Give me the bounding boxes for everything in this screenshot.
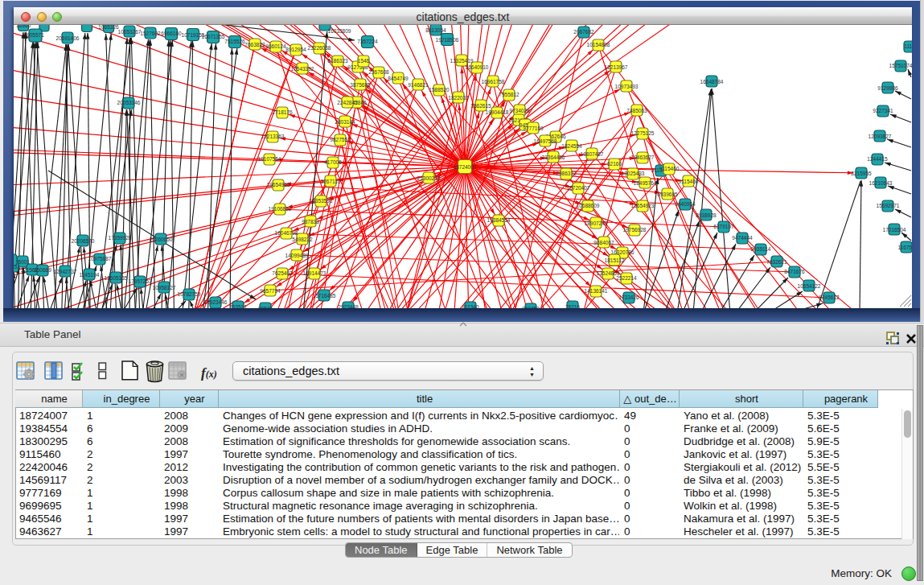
svg-text:16640910: 16640910: [466, 64, 489, 70]
svg-text:2718176: 2718176: [272, 109, 293, 115]
svg-text:1145194: 1145194: [80, 272, 100, 278]
svg-text:17957253: 17957253: [129, 278, 152, 284]
svg-text:7955812: 7955812: [499, 92, 519, 97]
svg-text:1065326: 1065326: [98, 25, 119, 30]
svg-text:15751074: 15751074: [889, 63, 912, 68]
svg-text:21300275: 21300275: [417, 175, 441, 181]
svg-text:8215955: 8215955: [851, 171, 872, 176]
svg-text:8813054: 8813054: [425, 27, 446, 33]
svg-text:14099489: 14099489: [285, 253, 309, 258]
svg-text:10958127: 10958127: [153, 285, 176, 290]
svg-text:f(x): f(x): [201, 365, 217, 381]
svg-text:1527602: 1527602: [140, 31, 161, 36]
svg-text:987833: 987833: [302, 219, 319, 225]
svg-text:16497568: 16497568: [534, 138, 557, 144]
svg-text:9827552: 9827552: [330, 137, 351, 142]
svg-text:17016504: 17016504: [883, 227, 906, 233]
svg-text:15716485: 15716485: [313, 293, 336, 299]
svg-text:20206570: 20206570: [72, 238, 95, 244]
svg-text:21364456: 21364456: [542, 154, 565, 160]
svg-text:2803144: 2803144: [335, 119, 355, 125]
svg-text:7515526: 7515526: [224, 39, 245, 44]
svg-text:8938928: 8938928: [696, 212, 717, 218]
svg-text:2986372: 2986372: [556, 171, 577, 176]
svg-text:19384554: 19384554: [487, 217, 511, 223]
svg-text:19218506: 19218506: [436, 37, 459, 43]
svg-text:8186323: 8186323: [327, 58, 348, 64]
svg-text:9245612: 9245612: [819, 295, 840, 300]
svg-text:8471676: 8471676: [784, 269, 805, 274]
svg-text:18724007: 18724007: [454, 164, 477, 170]
svg-text:12093827: 12093827: [869, 134, 892, 139]
svg-text:10807487: 10807487: [581, 151, 604, 157]
svg-text:1822037: 1822037: [448, 95, 469, 101]
svg-text:1588520: 1588520: [429, 87, 450, 93]
svg-text:16033809: 16033809: [328, 28, 351, 34]
svg-text:1244415: 1244415: [867, 156, 888, 162]
svg-text:9474444: 9474444: [732, 235, 753, 241]
svg-text:16914473: 16914473: [303, 270, 326, 276]
svg-text:905571: 905571: [27, 32, 44, 38]
svg-text:2087682: 2087682: [573, 29, 594, 35]
svg-text:19904418: 19904418: [486, 109, 509, 115]
svg-text:1546: 1546: [358, 58, 370, 64]
svg-text:16648784: 16648784: [700, 79, 724, 84]
svg-text:7663822: 7663822: [244, 42, 265, 47]
svg-text:1815112: 1815112: [605, 257, 625, 263]
svg-text:9146821: 9146821: [408, 82, 429, 88]
svg-text:1562615: 1562615: [470, 103, 491, 109]
svg-text:12213363: 12213363: [261, 134, 285, 139]
svg-text:9657794: 9657794: [260, 288, 281, 294]
svg-text:12942737: 12942737: [54, 269, 77, 274]
svg-text:1112: 1112: [904, 43, 912, 49]
svg-text:1640954: 1640954: [675, 201, 696, 207]
svg-text:9227341: 9227341: [873, 108, 893, 113]
svg-text:12505135: 12505135: [105, 275, 128, 281]
svg-text:16671355: 16671355: [202, 34, 225, 39]
svg-text:10025433: 10025433: [622, 171, 645, 176]
svg-text:12213967: 12213967: [605, 64, 628, 70]
svg-text:10543392: 10543392: [291, 66, 314, 72]
svg-text:7485063: 7485063: [626, 108, 647, 113]
svg-text:5498222: 5498222: [292, 237, 313, 242]
svg-text:10107554: 10107554: [258, 156, 281, 162]
svg-text:12275125: 12275125: [631, 130, 655, 136]
svg-text:16210643: 16210643: [869, 180, 893, 186]
svg-text:9129986: 9129986: [877, 85, 898, 91]
svg-text:7357224: 7357224: [357, 39, 378, 44]
svg-text:16046798: 16046798: [275, 230, 298, 236]
svg-text:9115460: 9115460: [659, 166, 680, 171]
svg-text:26260650: 26260650: [150, 237, 173, 242]
svg-text:18907249: 18907249: [585, 220, 608, 226]
svg-text:10782759: 10782759: [178, 291, 201, 297]
svg-text:19654955: 19654955: [267, 182, 290, 187]
svg-text:9734028: 9734028: [509, 108, 530, 113]
svg-text:10973493: 10973493: [615, 84, 639, 89]
svg-text:7632621: 7632621: [766, 259, 787, 265]
svg-text:2522214: 2522214: [616, 275, 637, 281]
svg-text:19463627: 19463627: [631, 154, 655, 160]
svg-text:417006: 417006: [324, 159, 342, 165]
svg-text:8454749: 8454749: [388, 76, 409, 81]
svg-text:116753: 116753: [897, 245, 912, 250]
svg-text:13654923: 13654923: [631, 203, 655, 208]
svg-text:3875685: 3875685: [350, 82, 371, 88]
svg-text:6966160: 6966160: [161, 31, 182, 36]
svg-text:18495764: 18495764: [634, 180, 657, 186]
svg-text:15353593: 15353593: [310, 198, 333, 204]
svg-text:12923446: 12923446: [204, 299, 228, 305]
svg-text:2242845: 2242845: [337, 100, 358, 105]
svg-text:8912954: 8912954: [285, 47, 306, 52]
svg-text:2935114: 2935114: [751, 246, 771, 252]
svg-text:15720407: 15720407: [567, 185, 590, 191]
svg-text:2367608: 2367608: [368, 69, 389, 75]
svg-text:10654122: 10654122: [798, 283, 821, 289]
svg-text:13325419: 13325419: [450, 58, 474, 64]
svg-text:1824554: 1824554: [561, 143, 582, 149]
svg-text:15692971: 15692971: [877, 203, 900, 208]
svg-text:10154808: 10154808: [587, 42, 610, 47]
svg-text:3267110: 3267110: [321, 179, 341, 184]
svg-text:9777169: 9777169: [523, 126, 544, 131]
svg-text:6379197: 6379197: [713, 224, 734, 229]
svg-text:150689: 150689: [34, 267, 51, 273]
